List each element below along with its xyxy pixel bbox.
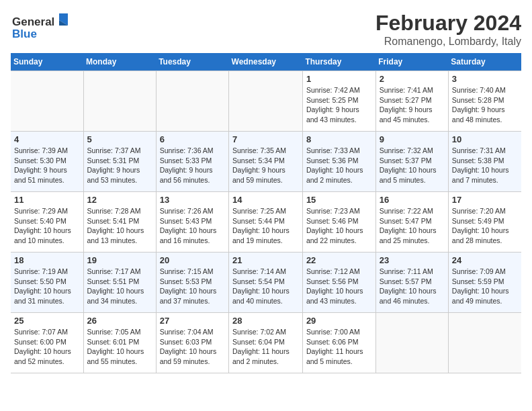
calendar-cell: 6Sunrise: 7:36 AM Sunset: 5:33 PM Daylig… — [156, 132, 228, 192]
calendar-cell: 14Sunrise: 7:25 AM Sunset: 5:44 PM Dayli… — [229, 192, 303, 253]
header: General Blue February 2024 Romanengo, Lo… — [11, 11, 521, 48]
day-number: 27 — [160, 316, 225, 326]
day-info: Sunrise: 7:07 AM Sunset: 6:00 PM Dayligh… — [14, 327, 80, 367]
day-number: 8 — [306, 134, 372, 144]
day-info: Sunrise: 7:04 AM Sunset: 6:03 PM Dayligh… — [160, 327, 225, 367]
calendar-cell: 10Sunrise: 7:31 AM Sunset: 5:38 PM Dayli… — [448, 132, 521, 192]
day-number: 5 — [87, 134, 152, 144]
calendar-cell: 12Sunrise: 7:28 AM Sunset: 5:41 PM Dayli… — [83, 192, 156, 253]
svg-text:General: General — [12, 15, 54, 28]
title-area: February 2024 Romanengo, Lombardy, Italy — [375, 11, 521, 48]
day-info: Sunrise: 7:35 AM Sunset: 5:34 PM Dayligh… — [232, 146, 299, 185]
calendar-cell: 2Sunrise: 7:41 AM Sunset: 5:27 PM Daylig… — [375, 71, 448, 132]
calendar-cell: 3Sunrise: 7:40 AM Sunset: 5:28 PM Daylig… — [448, 71, 521, 132]
day-number: 24 — [452, 255, 518, 265]
day-info: Sunrise: 7:05 AM Sunset: 6:01 PM Dayligh… — [87, 327, 152, 367]
calendar-cell — [11, 71, 83, 132]
day-info: Sunrise: 7:41 AM Sunset: 5:27 PM Dayligh… — [380, 85, 445, 125]
calendar-cell: 11Sunrise: 7:29 AM Sunset: 5:40 PM Dayli… — [11, 192, 83, 253]
day-number: 21 — [232, 255, 299, 265]
day-info: Sunrise: 7:20 AM Sunset: 5:49 PM Dayligh… — [452, 206, 518, 246]
calendar-cell: 16Sunrise: 7:22 AM Sunset: 5:47 PM Dayli… — [375, 192, 448, 253]
day-header-monday: Monday — [83, 53, 156, 71]
calendar-cell: 4Sunrise: 7:39 AM Sunset: 5:30 PM Daylig… — [11, 132, 83, 192]
calendar-cell: 9Sunrise: 7:32 AM Sunset: 5:37 PM Daylig… — [375, 132, 448, 192]
calendar-cell: 26Sunrise: 7:05 AM Sunset: 6:01 PM Dayli… — [83, 313, 156, 373]
day-number: 17 — [452, 195, 518, 205]
day-number: 2 — [380, 74, 445, 84]
day-number: 26 — [87, 316, 152, 326]
calendar-cell: 5Sunrise: 7:37 AM Sunset: 5:31 PM Daylig… — [83, 132, 156, 192]
day-info: Sunrise: 7:11 AM Sunset: 5:57 PM Dayligh… — [380, 267, 445, 306]
calendar-cell — [448, 313, 521, 373]
day-number: 25 — [14, 316, 80, 326]
day-info: Sunrise: 7:22 AM Sunset: 5:47 PM Dayligh… — [380, 206, 445, 246]
day-info: Sunrise: 7:31 AM Sunset: 5:38 PM Dayligh… — [452, 146, 518, 185]
day-info: Sunrise: 7:12 AM Sunset: 5:56 PM Dayligh… — [306, 267, 372, 306]
calendar-table: SundayMondayTuesdayWednesdayThursdayFrid… — [11, 53, 521, 373]
calendar-cell — [375, 313, 448, 373]
calendar-cell: 20Sunrise: 7:15 AM Sunset: 5:53 PM Dayli… — [156, 253, 228, 313]
calendar-cell: 1Sunrise: 7:42 AM Sunset: 5:25 PM Daylig… — [302, 71, 375, 132]
day-number: 22 — [306, 255, 372, 265]
day-number: 10 — [452, 134, 518, 144]
calendar-cell: 13Sunrise: 7:26 AM Sunset: 5:43 PM Dayli… — [156, 192, 228, 253]
day-number: 4 — [14, 134, 80, 144]
main-title: February 2024 — [375, 11, 521, 36]
svg-text:Blue: Blue — [12, 28, 37, 40]
day-header-tuesday: Tuesday — [156, 53, 228, 71]
day-number: 12 — [87, 195, 152, 205]
day-number: 23 — [380, 255, 445, 265]
day-info: Sunrise: 7:23 AM Sunset: 5:46 PM Dayligh… — [306, 206, 372, 246]
calendar-cell: 18Sunrise: 7:19 AM Sunset: 5:50 PM Dayli… — [11, 253, 83, 313]
day-number: 3 — [452, 74, 518, 84]
day-info: Sunrise: 7:19 AM Sunset: 5:50 PM Dayligh… — [14, 267, 80, 306]
calendar-cell: 22Sunrise: 7:12 AM Sunset: 5:56 PM Dayli… — [302, 253, 375, 313]
day-info: Sunrise: 7:39 AM Sunset: 5:30 PM Dayligh… — [14, 146, 80, 185]
day-number: 18 — [14, 255, 80, 265]
day-header-thursday: Thursday — [302, 53, 375, 71]
calendar-cell: 8Sunrise: 7:33 AM Sunset: 5:36 PM Daylig… — [302, 132, 375, 192]
day-info: Sunrise: 7:14 AM Sunset: 5:54 PM Dayligh… — [232, 267, 299, 306]
subtitle: Romanengo, Lombardy, Italy — [375, 36, 521, 48]
calendar-week-2: 4Sunrise: 7:39 AM Sunset: 5:30 PM Daylig… — [11, 132, 521, 192]
calendar-cell: 19Sunrise: 7:17 AM Sunset: 5:51 PM Dayli… — [83, 253, 156, 313]
day-number: 15 — [306, 195, 372, 205]
day-info: Sunrise: 7:32 AM Sunset: 5:37 PM Dayligh… — [380, 146, 445, 185]
day-header-friday: Friday — [375, 53, 448, 71]
day-number: 7 — [232, 134, 299, 144]
day-number: 16 — [380, 195, 445, 205]
calendar-cell: 17Sunrise: 7:20 AM Sunset: 5:49 PM Dayli… — [448, 192, 521, 253]
calendar-cell — [156, 71, 228, 132]
day-header-saturday: Saturday — [448, 53, 521, 71]
day-info: Sunrise: 7:28 AM Sunset: 5:41 PM Dayligh… — [87, 206, 152, 246]
day-number: 29 — [306, 316, 372, 326]
day-info: Sunrise: 7:36 AM Sunset: 5:33 PM Dayligh… — [160, 146, 225, 185]
calendar-cell: 21Sunrise: 7:14 AM Sunset: 5:54 PM Dayli… — [229, 253, 303, 313]
day-info: Sunrise: 7:40 AM Sunset: 5:28 PM Dayligh… — [452, 85, 518, 125]
calendar-cell: 27Sunrise: 7:04 AM Sunset: 6:03 PM Dayli… — [156, 313, 228, 373]
days-header-row: SundayMondayTuesdayWednesdayThursdayFrid… — [11, 53, 521, 71]
calendar-week-1: 1Sunrise: 7:42 AM Sunset: 5:25 PM Daylig… — [11, 71, 521, 132]
day-info: Sunrise: 7:02 AM Sunset: 6:04 PM Dayligh… — [232, 327, 299, 367]
day-header-wednesday: Wednesday — [229, 53, 303, 71]
calendar-cell: 29Sunrise: 7:00 AM Sunset: 6:06 PM Dayli… — [302, 313, 375, 373]
calendar-cell: 15Sunrise: 7:23 AM Sunset: 5:46 PM Dayli… — [302, 192, 375, 253]
day-info: Sunrise: 7:26 AM Sunset: 5:43 PM Dayligh… — [160, 206, 225, 246]
day-info: Sunrise: 7:25 AM Sunset: 5:44 PM Dayligh… — [232, 206, 299, 246]
calendar-cell — [83, 71, 156, 132]
calendar-cell: 25Sunrise: 7:07 AM Sunset: 6:00 PM Dayli… — [11, 313, 83, 373]
day-info: Sunrise: 7:37 AM Sunset: 5:31 PM Dayligh… — [87, 146, 152, 185]
day-info: Sunrise: 7:42 AM Sunset: 5:25 PM Dayligh… — [306, 85, 372, 125]
day-number: 11 — [14, 195, 80, 205]
day-number: 28 — [232, 316, 299, 326]
day-info: Sunrise: 7:00 AM Sunset: 6:06 PM Dayligh… — [306, 327, 372, 367]
day-number: 6 — [160, 134, 225, 144]
day-info: Sunrise: 7:33 AM Sunset: 5:36 PM Dayligh… — [306, 146, 372, 185]
day-info: Sunrise: 7:17 AM Sunset: 5:51 PM Dayligh… — [87, 267, 152, 306]
logo: General Blue — [11, 11, 71, 47]
day-info: Sunrise: 7:09 AM Sunset: 5:59 PM Dayligh… — [452, 267, 518, 306]
calendar-cell: 28Sunrise: 7:02 AM Sunset: 6:04 PM Dayli… — [229, 313, 303, 373]
calendar-cell: 7Sunrise: 7:35 AM Sunset: 5:34 PM Daylig… — [229, 132, 303, 192]
day-number: 20 — [160, 255, 225, 265]
